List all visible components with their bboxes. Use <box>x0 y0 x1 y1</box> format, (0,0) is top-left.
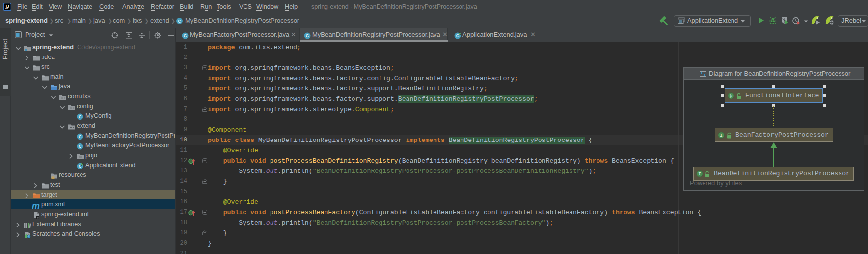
svg-text:IJ: IJ <box>6 4 9 9</box>
svg-text:C: C <box>178 19 181 24</box>
